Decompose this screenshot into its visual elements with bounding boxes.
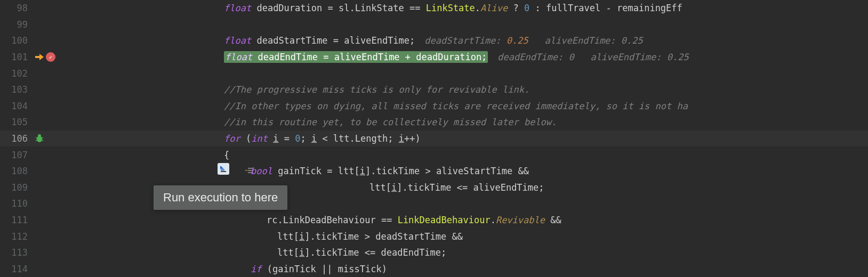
identifier: i — [299, 247, 304, 258]
code-line[interactable]: ltt[i].tickTime > deadStartTime && — [75, 228, 868, 245]
code-line[interactable]: bool gainTick = ltt[i].tickTime > aliveS… — [75, 163, 868, 180]
code-line[interactable]: if (gainTick || missTick) — [75, 261, 868, 278]
gutter-row: 107 — [0, 146, 75, 163]
number: 0 — [524, 3, 529, 13]
keyword: for — [224, 133, 240, 144]
code-line[interactable]: float deadEndTime = aliveEndTime + deadD… — [75, 49, 868, 66]
line-number: 109 — [0, 182, 32, 193]
keyword: float — [225, 52, 252, 62]
identifier: i — [391, 182, 397, 193]
bug-icon[interactable] — [34, 133, 45, 144]
line-number: 113 — [0, 247, 32, 258]
code-text: ) — [415, 133, 420, 144]
code-text: < ltt.Length; — [317, 133, 399, 144]
code-text: aliveEndTime + deadDuration; — [334, 52, 487, 62]
identifier: i — [311, 133, 317, 144]
code-text: deadDuration = sl.LinkState == — [251, 3, 426, 13]
code-text: ltt[ — [277, 247, 299, 258]
keyword: if — [251, 264, 261, 274]
keyword: bool — [251, 166, 272, 176]
identifier: deadEndTime — [258, 52, 318, 62]
execution-highlight: float deadEndTime = aliveEndTime + deadD… — [224, 51, 488, 63]
comment: //The progressive miss ticks is only for… — [224, 84, 529, 95]
code-line[interactable] — [75, 17, 868, 33]
gutter-row: 112 — [0, 228, 75, 245]
gutter-icons — [32, 133, 75, 144]
breakpoint-icon[interactable]: ✓ — [46, 52, 55, 62]
line-number: 102 — [0, 68, 32, 79]
enum-value: Alive — [480, 3, 508, 13]
line-number: 103 — [0, 84, 32, 95]
code-line[interactable]: float deadStartTime = aliveEndTime;deadS… — [75, 32, 868, 49]
svg-line-5 — [42, 140, 43, 141]
gutter-row: 106 — [0, 131, 75, 147]
number: 0 — [295, 133, 300, 144]
line-number: 108 — [0, 166, 32, 176]
code-line[interactable]: rc.LinkDeadBehaviour == LinkDeadBehaviou… — [75, 212, 868, 229]
gutter-row: 113 — [0, 245, 75, 261]
svg-line-4 — [36, 140, 37, 141]
line-number: 107 — [0, 150, 32, 160]
code-line[interactable]: float deadDuration = sl.LinkState == Lin… — [75, 0, 868, 17]
code-text: : fullTravel - remainingEff — [529, 3, 682, 13]
enum-value: Revivable — [496, 215, 545, 225]
identifier: i — [399, 133, 404, 144]
code-text: gainTick = ltt[ — [272, 166, 360, 176]
code-editor: 98 99 100 101 ✓ 102 1 — [0, 0, 868, 277]
keyword: float — [224, 3, 251, 13]
gutter-row: 111 — [0, 212, 75, 229]
gutter-row: 114 — [0, 261, 75, 278]
line-number: 101 — [0, 52, 32, 62]
code-line[interactable]: //The progressive miss ticks is only for… — [75, 82, 868, 98]
line-number: 112 — [0, 231, 32, 242]
code-text: ].tickTime > aliveStartTime && — [365, 166, 529, 176]
line-number: 106 — [0, 133, 32, 144]
code-text: ++ — [404, 133, 415, 144]
gutter: 98 99 100 101 ✓ 102 1 — [0, 0, 75, 277]
code-text: ].tickTime <= deadEndTime; — [304, 247, 446, 258]
gutter-row: 109 — [0, 180, 75, 196]
execution-pointer-icon — [34, 53, 45, 61]
line-number: 114 — [0, 264, 32, 274]
code-text: (gainTick || missTick) — [261, 264, 387, 274]
class-name: LinkDeadBehaviour — [398, 215, 491, 225]
line-number: 99 — [0, 19, 32, 30]
run-to-here-icon[interactable] — [218, 163, 229, 175]
identifier: i — [299, 231, 304, 242]
gutter-row: 101 ✓ — [0, 49, 75, 66]
identifier: deadStartTime — [256, 35, 327, 46]
gutter-row: 102 — [0, 65, 75, 82]
gutter-row: 105 — [0, 114, 75, 131]
gutter-icons: ✓ — [32, 52, 75, 62]
line-number: 100 — [0, 35, 32, 46]
code-line[interactable]: ltt[i].tickTime <= deadEndTime; — [75, 245, 868, 261]
code-line[interactable]: //In other types on dying, all missed ti… — [75, 98, 868, 115]
code-text: ltt[ — [369, 182, 391, 193]
code-text: ( — [246, 133, 251, 144]
code-line[interactable]: //in this routine yet, to be collectivel… — [75, 114, 868, 131]
identifier: i — [360, 166, 365, 176]
class-name: LinkState — [426, 3, 475, 13]
inline-debug-hint: deadEndTime: 0 aliveEndTime: 0.25 — [497, 52, 688, 62]
code-text: aliveEndTime; — [344, 35, 415, 46]
identifier: i — [273, 133, 278, 144]
gutter-row: 98 — [0, 0, 75, 17]
line-number: 105 — [0, 117, 32, 127]
code-line[interactable]: { — [75, 146, 868, 163]
keyword: float — [224, 35, 251, 46]
code-text: = — [278, 133, 295, 144]
code-line-current[interactable]: for (int i = 0; i < ltt.Length; i++) — [75, 131, 868, 147]
line-number: 104 — [0, 101, 32, 111]
gutter-row: 99 — [0, 17, 75, 33]
line-number: 111 — [0, 215, 32, 225]
operator: = — [333, 35, 339, 46]
code-text: ; — [300, 133, 311, 144]
code-text: ltt[ — [277, 231, 299, 242]
gutter-row: 103 — [0, 82, 75, 98]
code-area[interactable]: float deadDuration = sl.LinkState == Lin… — [75, 0, 868, 277]
line-number: 110 — [0, 198, 32, 209]
gutter-row: 108 — [0, 163, 75, 180]
code-text: ? — [508, 3, 524, 13]
gutter-row: 104 — [0, 98, 75, 115]
code-line[interactable] — [75, 65, 868, 82]
